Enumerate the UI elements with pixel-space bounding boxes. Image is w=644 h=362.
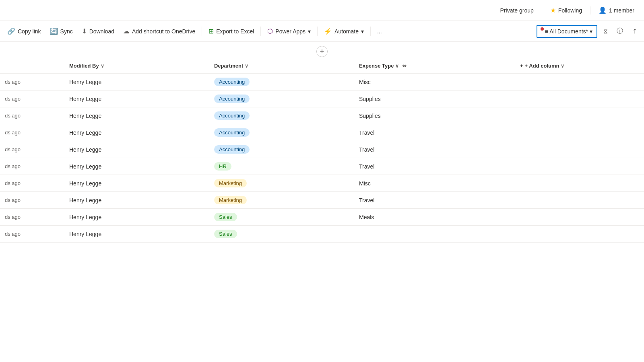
col-modified-by-label: Modified By (69, 63, 99, 69)
download-icon: ⬇ (82, 27, 87, 35)
col-header-add-column[interactable]: + + Add column ∨ (515, 59, 644, 73)
top-bar-separator-1 (542, 6, 542, 14)
cell-add-column (515, 158, 644, 175)
member-count-label: 1 member (609, 7, 634, 14)
power-apps-chevron: ▾ (308, 28, 311, 35)
add-shortcut-button[interactable]: ☁ Add shortcut to OneDrive (119, 25, 199, 37)
cell-add-column (515, 209, 644, 226)
cell-expense-type: Meals (354, 209, 515, 226)
excel-icon: ⊞ (208, 27, 214, 35)
toolbar-sep-3 (317, 27, 318, 36)
table-row[interactable]: ds agoHenry LeggeAccountingSupplies (0, 90, 644, 107)
cell-expense-type: Travel (354, 192, 515, 209)
col-expense-type-sort-icon: ∨ (395, 63, 399, 69)
cell-expense-type (354, 226, 515, 243)
private-group-label: Private group (500, 7, 534, 14)
cell-add-column (515, 226, 644, 243)
cell-department: Accounting (209, 90, 354, 107)
cell-modified-by: Henry Legge (64, 73, 209, 90)
power-apps-button[interactable]: ⬡ Power Apps ▾ (263, 25, 315, 37)
cell-expense-type: Travel (354, 141, 515, 158)
col-resize-handle[interactable]: ⇔ (400, 63, 408, 69)
all-documents-button[interactable]: ≡ All Documents* ▾ (537, 25, 597, 38)
department-badge: Marketing (214, 196, 247, 204)
member-count[interactable]: 👤 1 member (599, 6, 634, 14)
table-row[interactable]: ds agoHenry LeggeAccountingTravel (0, 141, 644, 158)
col-header-time (0, 59, 64, 73)
info-icon: ⓘ (617, 27, 623, 35)
cell-modified-by: Henry Legge (64, 107, 209, 124)
cell-add-column (515, 90, 644, 107)
filter-icon: ⧖ (603, 28, 608, 35)
table-row[interactable]: ds agoHenry LeggeSalesMeals (0, 209, 644, 226)
cell-department: Accounting (209, 73, 354, 90)
following-label: Following (558, 7, 582, 14)
following-button[interactable]: ★ Following (550, 6, 582, 14)
table-wrapper: Modified By ∨ Department ∨ Expense Type (0, 59, 644, 359)
table-row[interactable]: ds agoHenry LeggeMarketingMisc (0, 175, 644, 192)
automate-chevron: ▾ (361, 28, 364, 35)
department-badge: Accounting (214, 128, 250, 137)
cell-modified-by: Henry Legge (64, 90, 209, 107)
sync-icon: 🔄 (50, 27, 58, 35)
person-icon: 👤 (599, 6, 607, 14)
cell-modified-by: Henry Legge (64, 226, 209, 243)
table-row[interactable]: ds agoHenry LeggeAccountingMisc (0, 73, 644, 90)
table-body: ds agoHenry LeggeAccountingMiscds agoHen… (0, 73, 644, 243)
copy-link-button[interactable]: 🔗 Copy link (3, 25, 45, 37)
cell-modified-by: Henry Legge (64, 141, 209, 158)
cell-modified-by: Henry Legge (64, 124, 209, 141)
cell-department: Marketing (209, 175, 354, 192)
cell-add-column (515, 73, 644, 90)
onedrive-icon: ☁ (123, 27, 130, 35)
add-column-area: + (0, 42, 644, 59)
power-apps-icon: ⬡ (267, 27, 273, 35)
cell-time: ds ago (0, 209, 64, 226)
cell-department: HR (209, 158, 354, 175)
table-row[interactable]: ds agoHenry LeggeSales (0, 226, 644, 243)
table-row[interactable]: ds agoHenry LeggeAccountingTravel (0, 124, 644, 141)
table-row[interactable]: ds agoHenry LeggeMarketingTravel (0, 192, 644, 209)
list-icon: ≡ (545, 28, 548, 35)
add-column-plus-button[interactable]: + (316, 46, 328, 57)
table-row[interactable]: ds agoHenry LeggeAccountingSupplies (0, 107, 644, 124)
cell-expense-type: Supplies (354, 90, 515, 107)
cell-time: ds ago (0, 141, 64, 158)
department-badge: Sales (214, 213, 237, 221)
cell-department: Marketing (209, 192, 354, 209)
toolbar-sep-4 (370, 27, 371, 36)
info-button[interactable]: ⓘ (613, 25, 626, 38)
add-column-label: + Add column (525, 63, 559, 69)
col-header-expense-type[interactable]: Expense Type ∨ ⇔ (354, 59, 515, 73)
cell-time: ds ago (0, 90, 64, 107)
department-badge: Sales (214, 230, 237, 238)
department-badge: Accounting (214, 145, 250, 154)
cell-expense-type: Misc (354, 175, 515, 192)
top-bar-separator-2 (590, 6, 590, 14)
department-badge: HR (214, 162, 231, 171)
cell-add-column (515, 175, 644, 192)
cell-expense-type: Travel (354, 158, 515, 175)
power-apps-label: Power Apps (275, 28, 305, 35)
automate-label: Automate (334, 28, 359, 35)
more-button[interactable]: ... (373, 26, 386, 37)
automate-icon: ⚡ (324, 27, 332, 35)
add-column-chevron: ∨ (561, 63, 564, 69)
cell-add-column (515, 107, 644, 124)
cell-expense-type: Misc (354, 73, 515, 90)
cell-time: ds ago (0, 107, 64, 124)
share-button[interactable]: ↗ (628, 25, 641, 38)
sync-label: Sync (60, 28, 73, 35)
table-row[interactable]: ds agoHenry LeggeHRTravel (0, 158, 644, 175)
star-icon: ★ (550, 6, 556, 14)
copy-link-icon: 🔗 (7, 27, 15, 35)
sync-button[interactable]: 🔄 Sync (46, 25, 77, 37)
download-button[interactable]: ⬇ Download (78, 25, 118, 37)
toolbar: 🔗 Copy link 🔄 Sync ⬇ Download ☁ Add shor… (0, 21, 644, 42)
col-modified-by-sort-icon: ∨ (101, 63, 104, 69)
export-excel-button[interactable]: ⊞ Export to Excel (204, 25, 258, 37)
col-header-department[interactable]: Department ∨ (209, 59, 354, 73)
automate-button[interactable]: ⚡ Automate ▾ (320, 25, 368, 37)
col-header-modified-by[interactable]: Modified By ∨ (64, 59, 209, 73)
filter-button[interactable]: ⧖ (599, 25, 612, 38)
